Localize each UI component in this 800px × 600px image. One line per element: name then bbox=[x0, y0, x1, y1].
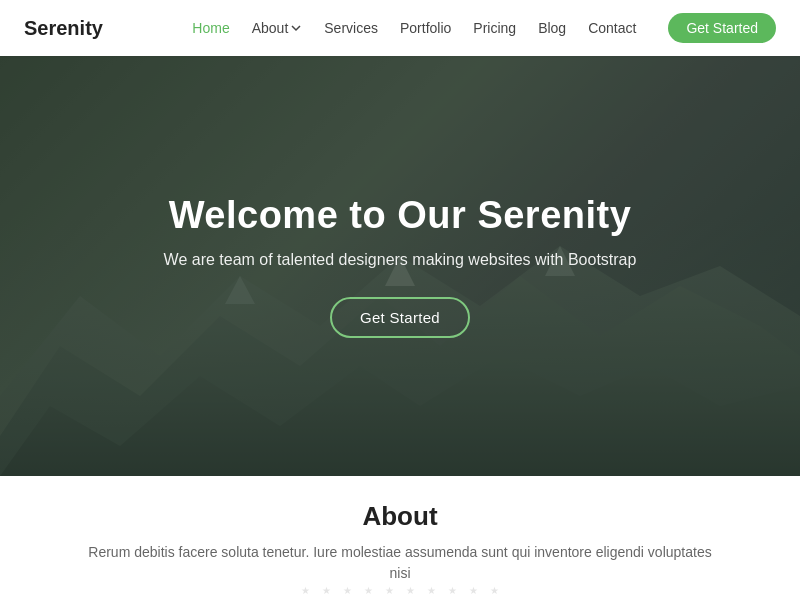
hero-subtitle: We are team of talented designers making… bbox=[164, 251, 637, 269]
star-4: ★ bbox=[364, 585, 373, 596]
get-started-nav-button[interactable]: Get Started bbox=[668, 13, 776, 43]
nav-menu: Home About Services Portfolio Pricing Bl… bbox=[192, 13, 776, 43]
star-9: ★ bbox=[469, 585, 478, 596]
nav-item-services[interactable]: Services bbox=[324, 19, 378, 37]
star-2: ★ bbox=[322, 585, 331, 596]
decorative-stars: ★ ★ ★ ★ ★ ★ ★ ★ ★ ★ bbox=[0, 585, 800, 596]
hero-content: Welcome to Our Serenity We are team of t… bbox=[0, 56, 800, 476]
nav-link-portfolio[interactable]: Portfolio bbox=[400, 20, 451, 36]
nav-link-contact[interactable]: Contact bbox=[588, 20, 636, 36]
hero-section: Welcome to Our Serenity We are team of t… bbox=[0, 56, 800, 476]
nav-dropdown-about[interactable]: About bbox=[252, 20, 303, 36]
star-1: ★ bbox=[301, 585, 310, 596]
nav-item-blog[interactable]: Blog bbox=[538, 19, 566, 37]
nav-item-home[interactable]: Home bbox=[192, 19, 229, 37]
nav-link-home[interactable]: Home bbox=[192, 20, 229, 36]
hero-background: Welcome to Our Serenity We are team of t… bbox=[0, 56, 800, 476]
nav-item-about[interactable]: About bbox=[252, 20, 303, 36]
nav-link-blog[interactable]: Blog bbox=[538, 20, 566, 36]
star-6: ★ bbox=[406, 585, 415, 596]
nav-link-about[interactable]: About bbox=[252, 20, 289, 36]
brand-logo[interactable]: Serenity bbox=[24, 17, 103, 40]
about-title: About bbox=[362, 501, 437, 532]
about-subtitle: Rerum debitis facere soluta tenetur. Iur… bbox=[80, 542, 720, 584]
star-7: ★ bbox=[427, 585, 436, 596]
nav-item-portfolio[interactable]: Portfolio bbox=[400, 19, 451, 37]
hero-title: Welcome to Our Serenity bbox=[169, 194, 632, 237]
star-8: ★ bbox=[448, 585, 457, 596]
about-section: About Rerum debitis facere soluta tenetu… bbox=[0, 476, 800, 600]
star-3: ★ bbox=[343, 585, 352, 596]
nav-link-services[interactable]: Services bbox=[324, 20, 378, 36]
nav-item-pricing[interactable]: Pricing bbox=[473, 19, 516, 37]
star-10: ★ bbox=[490, 585, 499, 596]
nav-item-contact[interactable]: Contact bbox=[588, 19, 636, 37]
nav-link-pricing[interactable]: Pricing bbox=[473, 20, 516, 36]
star-5: ★ bbox=[385, 585, 394, 596]
hero-cta-button[interactable]: Get Started bbox=[330, 297, 470, 338]
navbar: Serenity Home About Services Portfolio P… bbox=[0, 0, 800, 56]
nav-cta[interactable]: Get Started bbox=[658, 13, 776, 43]
chevron-down-icon bbox=[290, 22, 302, 34]
